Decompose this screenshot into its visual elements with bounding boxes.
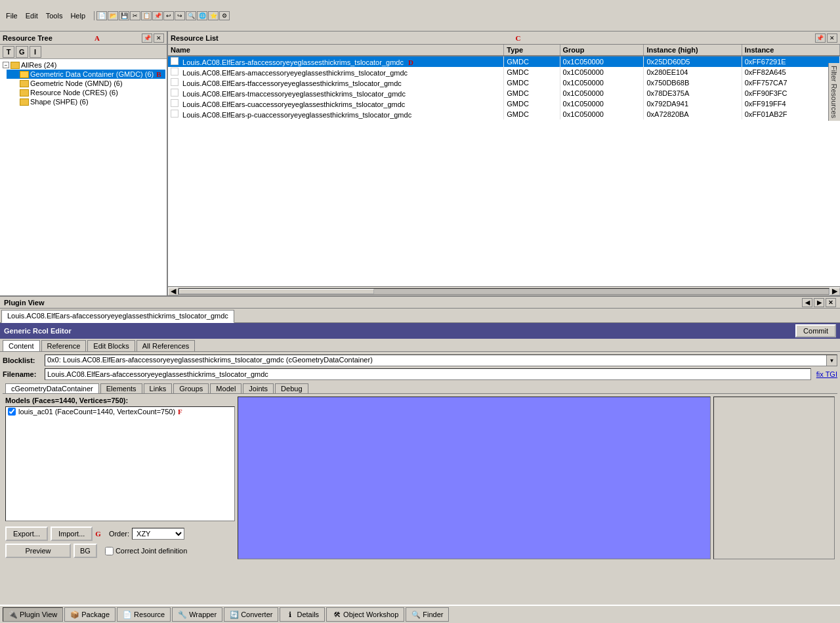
annotation-d: D — [408, 58, 413, 66]
taskbar-finder[interactable]: 🔍 Finder — [406, 607, 449, 622]
close-button[interactable]: ✕ — [154, 33, 164, 43]
resource-list-scroll[interactable]: Name Type Group Instance (high) Instance… — [168, 45, 840, 286]
col-instance-high[interactable]: Instance (high) — [644, 45, 742, 56]
taskbar-converter[interactable]: 🔄 Converter — [224, 607, 278, 622]
toolbar-icon-undo[interactable]: ↩ — [163, 11, 174, 20]
scrollbar-right-btn[interactable]: ▶ — [830, 288, 840, 295]
toolbar-icon-open[interactable]: 📂 — [108, 11, 118, 20]
filename-input[interactable] — [45, 368, 811, 380]
inner-tab-links[interactable]: Links — [144, 383, 173, 393]
table-row[interactable]: Louis.AC08.ElfEars-amaccessoryeyeglasses… — [168, 67, 840, 77]
pin-button[interactable]: 📌 — [142, 33, 152, 43]
expand-icon[interactable]: − — [3, 62, 9, 68]
toolbar-icon-cut[interactable]: ✂ — [130, 11, 140, 20]
resource-tree-header: Resource Tree A 📌 ✕ — [0, 32, 167, 45]
blocklist-dropdown-arrow[interactable]: ▼ — [826, 355, 837, 366]
scrollbar-left-btn[interactable]: ◀ — [168, 288, 178, 295]
row4-type: GMDC — [504, 98, 560, 109]
taskbar-wrapper[interactable]: 🔧 Wrapper — [172, 607, 222, 622]
menu-tools[interactable]: Tools — [43, 11, 66, 20]
annotation-b: B — [156, 70, 161, 78]
toolbar-icon-world[interactable]: 🌐 — [197, 11, 207, 20]
toolbar-icon-gear[interactable]: ⚙ — [219, 11, 230, 20]
export-button[interactable]: Export... — [5, 526, 48, 541]
col-group[interactable]: Group — [560, 45, 644, 56]
toolbar-icon-redo[interactable]: ↪ — [175, 11, 185, 20]
scrollbar-track[interactable] — [178, 288, 830, 295]
package-icon: 📦 — [70, 610, 79, 619]
table-row[interactable]: Louis.AC08.ElfEars-p-cuaccessoryeyeglass… — [168, 109, 840, 119]
row2-group: 0x1C050000 — [560, 77, 644, 88]
col-name[interactable]: Name — [168, 45, 504, 56]
bottom-taskbar: 🔌 Plugin View 📦 Package 📄 Resource 🔧 Wra… — [0, 605, 840, 623]
inner-tab-groups[interactable]: Groups — [173, 383, 209, 393]
scrollbar-thumb[interactable] — [179, 289, 374, 294]
plugin-view-close[interactable]: ✕ — [826, 298, 836, 307]
tab-all-references[interactable]: All References — [136, 340, 196, 351]
table-row[interactable]: Louis.AC08.ElfEars-cuaccessoryeyeglasses… — [168, 98, 840, 109]
filter-instance-btn[interactable]: I — [30, 46, 41, 58]
inner-tab-joints[interactable]: Joints — [243, 383, 274, 393]
table-row[interactable]: Louis.AC08.ElfEars-tmaccessoryeyeglasses… — [168, 88, 840, 98]
model-item-0[interactable]: louis_ac01 (FaceCount=1440, VertexCount=… — [6, 407, 234, 416]
toolbar-icon-search[interactable]: 🔍 — [186, 11, 196, 20]
taskbar-resource[interactable]: 📄 Resource — [117, 607, 171, 622]
prev-btn[interactable]: ◀ — [802, 298, 812, 307]
model-checkbox-0[interactable] — [8, 408, 16, 416]
list-scrollbar[interactable]: ◀ ▶ — [168, 286, 840, 295]
toolbar-icon-new[interactable]: 📄 — [96, 11, 107, 20]
menu-help[interactable]: Help — [67, 11, 89, 20]
tab-reference[interactable]: Reference — [41, 340, 87, 351]
tree-item-gmnd[interactable]: Geometric Node (GMND) (6) — [7, 79, 165, 88]
filter-resources-sidebar[interactable]: Filter Resources — [828, 63, 840, 121]
taskbar-package[interactable]: 📦 Package — [64, 607, 116, 622]
correct-joint-checkbox[interactable] — [105, 547, 114, 555]
toolbar-icon-star[interactable]: ⭐ — [208, 11, 219, 20]
row1-group: 0x1C050000 — [560, 67, 644, 77]
finder-icon: 🔍 — [411, 610, 421, 619]
tab-edit-blocks[interactable]: Edit Blocks — [87, 340, 135, 351]
taskbar-object-workshop[interactable]: 🛠 Object Workshop — [326, 607, 404, 622]
bg-button[interactable]: BG — [74, 544, 97, 558]
tree-gmdc-label: Geometric Data Container (GMDC) (6) — [30, 70, 154, 78]
tree-item-shpe[interactable]: Shape (SHPE) (6) — [7, 97, 165, 106]
col-instance[interactable]: Instance — [742, 45, 839, 56]
row5-icon — [171, 110, 178, 118]
filter-text-btn[interactable]: T — [3, 46, 14, 58]
preview-button[interactable]: Preview — [5, 544, 71, 558]
blocklist-select[interactable]: 0x0: Louis.AC08.ElfEars-afaccessoryeyegl… — [45, 354, 837, 366]
toolbar-icon-paste[interactable]: 📌 — [152, 11, 163, 20]
plugin-active-tab[interactable]: Louis.AC08.ElfEars-afaccessoryeyeglasses… — [1, 310, 234, 323]
row3-type: GMDC — [504, 88, 560, 98]
inner-tab-debug[interactable]: Debug — [275, 383, 308, 393]
toolbar-icon-copy[interactable]: 📋 — [141, 11, 152, 20]
menu-file[interactable]: File — [3, 11, 21, 20]
menu-edit[interactable]: Edit — [22, 11, 41, 20]
models-list[interactable]: louis_ac01 (FaceCount=1440, VertexCount=… — [5, 406, 235, 521]
commit-button[interactable]: Commit — [795, 324, 836, 337]
inner-tab-elements[interactable]: Elements — [100, 383, 142, 393]
inner-tab-model[interactable]: Model — [210, 383, 242, 393]
import-button[interactable]: Import... — [51, 526, 93, 541]
filter-group-btn[interactable]: G — [16, 46, 28, 58]
order-select[interactable]: XZY XYZ YXZ YZX ZXY ZYX — [132, 528, 184, 540]
table-row[interactable]: Louis.AC08.ElfEars-tfaccessoryeyeglasses… — [168, 77, 840, 88]
col-type[interactable]: Type — [504, 45, 560, 56]
tree-allres-label: AllRes (24) — [21, 61, 56, 69]
folder-icon-gmdc — [20, 71, 29, 78]
taskbar-details[interactable]: ℹ Details — [280, 607, 325, 622]
tab-content[interactable]: Content — [3, 340, 40, 351]
tree-item-allres[interactable]: − AllRes (24) — [1, 60, 165, 70]
resource-table: Name Type Group Instance (high) Instance… — [168, 45, 840, 119]
resource-list-pin[interactable]: 📌 — [815, 33, 826, 43]
next-btn[interactable]: ▶ — [814, 298, 824, 307]
tree-item-gmdc[interactable]: Geometric Data Container (GMDC) (6) B — [7, 70, 165, 79]
table-row[interactable]: Louis.AC08.ElfEars-afaccessoryeyeglasses… — [168, 56, 840, 67]
taskbar-plugin-view[interactable]: 🔌 Plugin View — [3, 607, 63, 622]
resource-list-close[interactable]: ✕ — [827, 33, 837, 43]
fix-tgi-link[interactable]: fix TGI — [816, 370, 837, 378]
toolbar-icon-save[interactable]: 💾 — [119, 11, 129, 20]
inner-tab-geometry[interactable]: cGeometryDataContainer — [5, 383, 99, 393]
tree-item-cres[interactable]: Resource Node (CRES) (6) — [7, 88, 165, 97]
filename-row: Filename: fix TGI — [3, 368, 837, 380]
